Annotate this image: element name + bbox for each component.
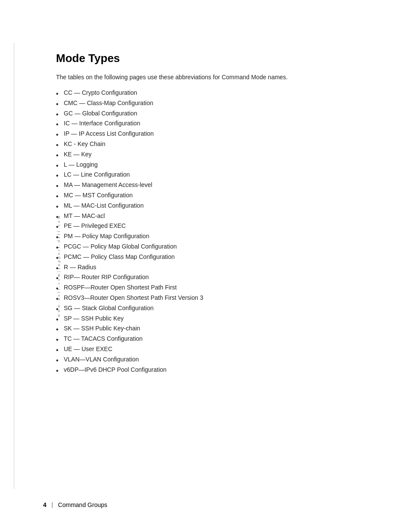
list-item: MT — MAC-acl bbox=[56, 211, 368, 221]
list-item: SG — Stack Global Configuration bbox=[56, 303, 368, 314]
list-item: ROSV3—Router Open Shortest Path First Ve… bbox=[56, 293, 368, 303]
list-item: PCGC — Policy Map Global Configuration bbox=[56, 242, 368, 252]
list-item: v6DP—IPv6 DHCP Pool Configuration bbox=[56, 365, 368, 375]
list-item: SK — SSH Public Key-chain bbox=[56, 324, 368, 334]
list-item: CMC — Class-Map Configuration bbox=[56, 98, 368, 109]
list-item: PM — Policy Map Configuration bbox=[56, 231, 368, 242]
list-item: CC — Crypto Configuration bbox=[56, 88, 368, 98]
list-item: VLAN—VLAN Configuration bbox=[56, 355, 368, 365]
list-item: PCMC — Policy Class Map Configuration bbox=[56, 252, 368, 262]
list-item: ROSPF—Router Open Shortest Path First bbox=[56, 283, 368, 293]
page-footer: 4 | Command Groups bbox=[43, 501, 368, 508]
list-item: GC — Global Configuration bbox=[56, 109, 368, 119]
list-item: MA — Management Access-level bbox=[56, 180, 368, 190]
list-item: MC — MST Configuration bbox=[56, 190, 368, 201]
list-item: TC — TACACS Configuration bbox=[56, 334, 368, 344]
list-item: KE — Key bbox=[56, 149, 368, 160]
list-item: L — Logging bbox=[56, 160, 368, 170]
mode-types-list: CC — Crypto ConfigurationCMC — Class-Map… bbox=[56, 88, 368, 375]
page-title: Mode Types bbox=[56, 52, 368, 65]
intro-paragraph: The tables on the following pages use th… bbox=[56, 73, 368, 82]
list-item: SP — SSH Public Key bbox=[56, 314, 368, 324]
footer-section-name: Command Groups bbox=[58, 501, 107, 508]
list-item: ML — MAC-List Configuration bbox=[56, 201, 368, 211]
list-item: RIP— Router RIP Configuration bbox=[56, 272, 368, 283]
list-item: R — Radius bbox=[56, 262, 368, 273]
list-item: IC — Interface Configuration bbox=[56, 118, 368, 129]
list-item: UE — User EXEC bbox=[56, 344, 368, 355]
list-item: LC — Line Configuration bbox=[56, 170, 368, 180]
footer-separator: | bbox=[52, 501, 53, 508]
sidebar-line bbox=[14, 43, 14, 489]
list-item: PE — Privileged EXEC bbox=[56, 221, 368, 231]
list-item: IP — IP Access List Configuration bbox=[56, 129, 368, 139]
list-item: KC - Key Chain bbox=[56, 139, 368, 149]
page-container: w w w . d e l l . c o m | s u p p o r t … bbox=[0, 0, 411, 532]
footer-page-number: 4 bbox=[43, 501, 47, 508]
